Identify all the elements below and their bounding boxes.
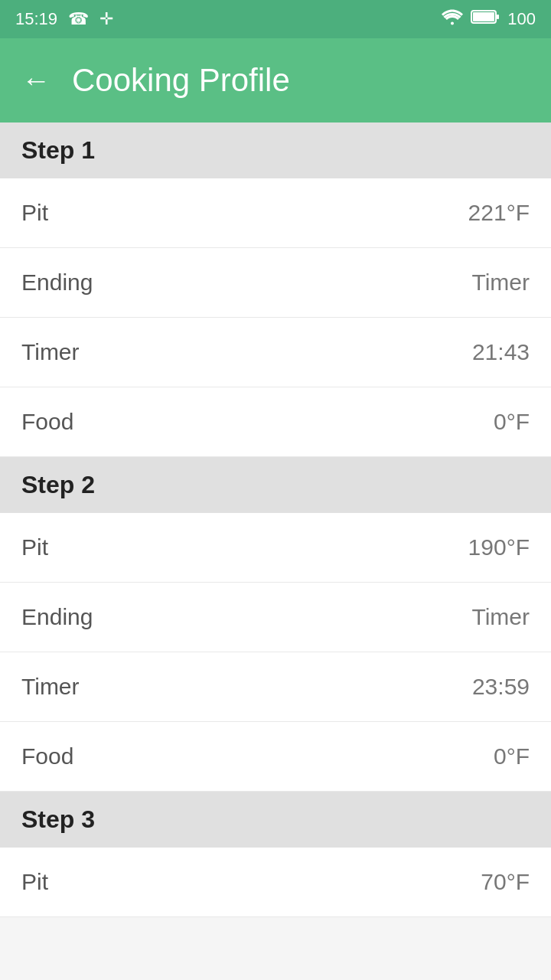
- step-1-row-2-value: Timer: [471, 270, 530, 296]
- step-2-row-3[interactable]: Timer23:59: [0, 652, 551, 722]
- time-display: 15:19: [15, 9, 57, 29]
- step-2-row-4-value: 0°F: [494, 743, 530, 769]
- step-2-row-2[interactable]: EndingTimer: [0, 583, 551, 652]
- step-3-row-1-label: Pit: [21, 869, 48, 895]
- step-header-3: Step 3: [0, 792, 551, 848]
- step-2-row-1-label: Pit: [21, 534, 48, 560]
- step-header-1: Step 1: [0, 122, 551, 178]
- status-left: 15:19 ☎ ✛: [15, 9, 113, 29]
- step-1-row-3-value: 21:43: [472, 339, 530, 365]
- back-button[interactable]: ←: [21, 66, 51, 95]
- phone-icon: ☎: [68, 9, 89, 29]
- status-bar: 15:19 ☎ ✛ 100: [0, 0, 551, 38]
- step-3-row-1-value: 70°F: [481, 869, 530, 895]
- wifi-icon: [442, 8, 463, 30]
- step-2-row-4[interactable]: Food0°F: [0, 722, 551, 792]
- step-1-row-3-label: Timer: [21, 339, 80, 365]
- step-1-row-2[interactable]: EndingTimer: [0, 248, 551, 318]
- svg-rect-2: [497, 15, 499, 19]
- step-1-row-4[interactable]: Food0°F: [0, 387, 551, 457]
- step-1-row-3[interactable]: Timer21:43: [0, 318, 551, 387]
- app-bar: ← Cooking Profile: [0, 38, 551, 122]
- battery-icon: [471, 9, 500, 29]
- step-2-row-4-label: Food: [21, 743, 73, 769]
- step-2-row-3-label: Timer: [21, 674, 80, 700]
- content-area: Step 1Pit221°FEndingTimerTimer21:43Food0…: [0, 122, 551, 917]
- svg-rect-1: [473, 12, 494, 21]
- step-2-row-3-value: 23:59: [472, 674, 530, 700]
- step-2-row-2-value: Timer: [471, 604, 530, 630]
- step-header-2: Step 2: [0, 457, 551, 513]
- step-1-row-1-value: 221°F: [468, 200, 530, 226]
- step-1-row-4-value: 0°F: [494, 409, 530, 435]
- step-2-row-1-value: 190°F: [468, 534, 530, 560]
- battery-level: 100: [507, 9, 536, 29]
- page-title: Cooking Profile: [72, 62, 290, 99]
- usb-icon: ✛: [99, 9, 113, 29]
- step-1-row-4-label: Food: [21, 409, 73, 435]
- step-1-row-1-label: Pit: [21, 200, 48, 226]
- step-2-row-2-label: Ending: [21, 604, 93, 630]
- step-1-row-2-label: Ending: [21, 270, 93, 296]
- step-1-row-1[interactable]: Pit221°F: [0, 178, 551, 248]
- step-3-row-1[interactable]: Pit70°F: [0, 848, 551, 917]
- step-2-row-1[interactable]: Pit190°F: [0, 513, 551, 583]
- status-right: 100: [442, 8, 536, 30]
